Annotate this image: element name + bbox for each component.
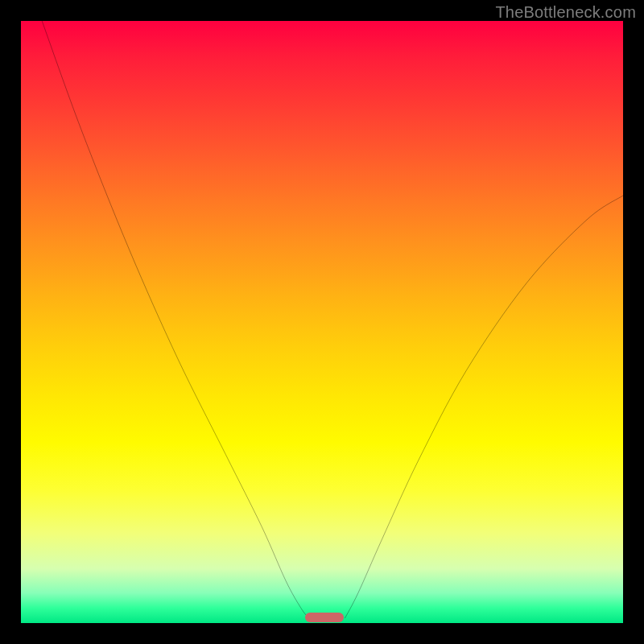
watermark-text: TheBottleneck.com	[495, 3, 636, 22]
curve-right-arm	[345, 196, 623, 618]
chart-plot-area	[21, 21, 623, 623]
curve-layer	[21, 21, 623, 623]
chart-frame: TheBottleneck.com	[0, 0, 644, 644]
bottleneck-marker	[305, 613, 344, 622]
curve-left-arm	[42, 21, 308, 618]
